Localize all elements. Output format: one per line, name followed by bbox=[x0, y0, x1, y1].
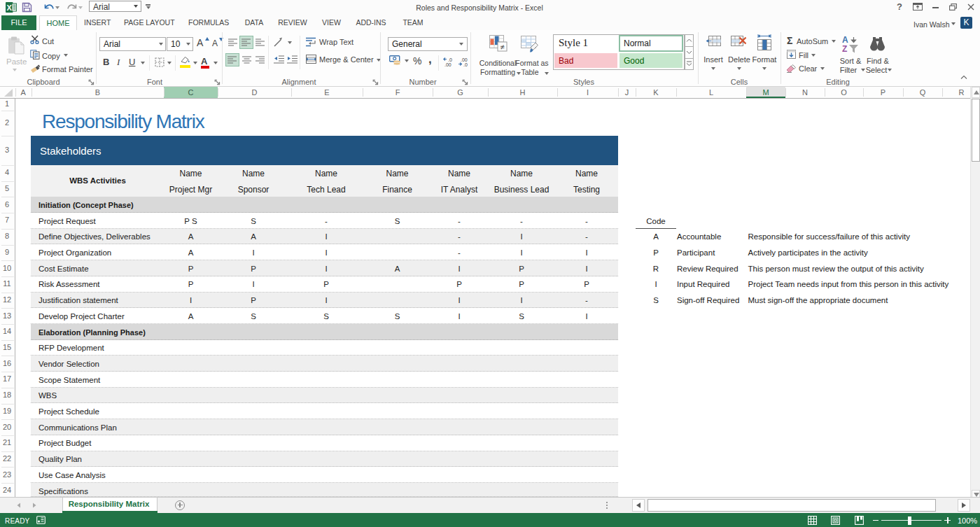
svg-text:.0: .0 bbox=[463, 62, 468, 67]
svg-text:.00: .00 bbox=[444, 62, 451, 67]
svg-text:A: A bbox=[842, 35, 848, 45]
svg-text:Z: Z bbox=[842, 44, 847, 54]
svg-text:≠: ≠ bbox=[500, 43, 504, 51]
